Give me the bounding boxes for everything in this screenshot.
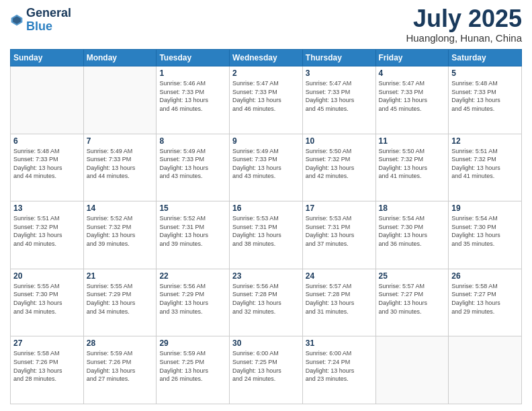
page: General Blue July 2025 Huanglong, Hunan,… (0, 0, 532, 411)
calendar-cell: 7Sunrise: 5:49 AM Sunset: 7:33 PM Daylig… (83, 134, 157, 201)
calendar-table: SundayMondayTuesdayWednesdayThursdayFrid… (10, 49, 522, 404)
day-number: 9 (232, 136, 300, 146)
calendar-cell (11, 66, 84, 134)
calendar-cell: 4Sunrise: 5:47 AM Sunset: 7:33 PM Daylig… (375, 66, 449, 134)
calendar-header-row: SundayMondayTuesdayWednesdayThursdayFrid… (11, 50, 522, 66)
calendar-cell: 2Sunrise: 5:47 AM Sunset: 7:33 PM Daylig… (230, 66, 303, 134)
calendar-cell: 1Sunrise: 5:46 AM Sunset: 7:33 PM Daylig… (157, 66, 230, 134)
day-number: 20 (13, 271, 81, 281)
calendar-cell: 18Sunrise: 5:54 AM Sunset: 7:30 PM Dayli… (375, 201, 449, 269)
calendar-cell: 8Sunrise: 5:49 AM Sunset: 7:33 PM Daylig… (157, 134, 230, 201)
title-block: July 2025 Huanglong, Hunan, China (406, 7, 522, 44)
day-info: Sunrise: 5:58 AM Sunset: 7:27 PM Dayligh… (451, 282, 519, 316)
day-info: Sunrise: 5:49 AM Sunset: 7:33 PM Dayligh… (232, 147, 300, 181)
day-number: 13 (13, 203, 81, 213)
day-number: 22 (159, 271, 226, 281)
day-info: Sunrise: 5:52 AM Sunset: 7:31 PM Dayligh… (159, 214, 226, 248)
day-info: Sunrise: 6:00 AM Sunset: 7:24 PM Dayligh… (306, 349, 373, 383)
calendar-cell: 6Sunrise: 5:48 AM Sunset: 7:33 PM Daylig… (11, 134, 84, 201)
day-number: 15 (159, 203, 226, 213)
logo-text: General Blue (26, 7, 71, 34)
day-info: Sunrise: 5:47 AM Sunset: 7:33 PM Dayligh… (232, 79, 300, 113)
day-info: Sunrise: 5:51 AM Sunset: 7:32 PM Dayligh… (13, 214, 81, 248)
day-info: Sunrise: 5:58 AM Sunset: 7:26 PM Dayligh… (13, 349, 81, 383)
calendar-cell: 22Sunrise: 5:56 AM Sunset: 7:29 PM Dayli… (157, 269, 230, 336)
day-number: 8 (159, 136, 226, 146)
col-header-saturday: Saturday (449, 50, 522, 66)
day-number: 1 (159, 68, 226, 78)
col-header-thursday: Thursday (302, 50, 375, 66)
logo-icon (10, 13, 24, 27)
day-number: 28 (87, 338, 154, 348)
col-header-monday: Monday (83, 50, 157, 66)
day-number: 23 (232, 271, 300, 281)
day-info: Sunrise: 5:56 AM Sunset: 7:28 PM Dayligh… (232, 282, 300, 316)
logo-blue: Blue (26, 20, 71, 34)
col-header-friday: Friday (375, 50, 449, 66)
day-info: Sunrise: 5:53 AM Sunset: 7:31 PM Dayligh… (306, 214, 373, 248)
day-number: 5 (451, 68, 519, 78)
logo: General Blue (10, 7, 71, 34)
day-number: 30 (232, 338, 300, 348)
day-info: Sunrise: 5:53 AM Sunset: 7:31 PM Dayligh… (232, 214, 300, 248)
day-info: Sunrise: 5:51 AM Sunset: 7:32 PM Dayligh… (451, 147, 519, 181)
day-info: Sunrise: 5:56 AM Sunset: 7:29 PM Dayligh… (159, 282, 226, 316)
calendar-cell: 23Sunrise: 5:56 AM Sunset: 7:28 PM Dayli… (230, 269, 303, 336)
header: General Blue July 2025 Huanglong, Hunan,… (10, 7, 522, 44)
calendar-cell (449, 336, 522, 404)
day-info: Sunrise: 5:57 AM Sunset: 7:28 PM Dayligh… (306, 282, 373, 316)
day-info: Sunrise: 5:54 AM Sunset: 7:30 PM Dayligh… (379, 214, 446, 248)
day-info: Sunrise: 5:47 AM Sunset: 7:33 PM Dayligh… (306, 79, 373, 113)
day-info: Sunrise: 5:50 AM Sunset: 7:32 PM Dayligh… (379, 147, 446, 181)
day-number: 19 (451, 203, 519, 213)
day-number: 16 (232, 203, 300, 213)
day-info: Sunrise: 5:49 AM Sunset: 7:33 PM Dayligh… (159, 147, 226, 181)
col-header-tuesday: Tuesday (157, 50, 230, 66)
calendar-cell: 25Sunrise: 5:57 AM Sunset: 7:27 PM Dayli… (375, 269, 449, 336)
day-number: 6 (13, 136, 81, 146)
day-number: 21 (87, 271, 154, 281)
day-number: 3 (306, 68, 373, 78)
calendar-cell: 20Sunrise: 5:55 AM Sunset: 7:30 PM Dayli… (11, 269, 84, 336)
col-header-sunday: Sunday (11, 50, 84, 66)
week-row-2: 6Sunrise: 5:48 AM Sunset: 7:33 PM Daylig… (11, 134, 522, 201)
calendar-cell: 26Sunrise: 5:58 AM Sunset: 7:27 PM Dayli… (449, 269, 522, 336)
calendar-cell (375, 336, 449, 404)
calendar-cell: 5Sunrise: 5:48 AM Sunset: 7:33 PM Daylig… (449, 66, 522, 134)
day-info: Sunrise: 5:52 AM Sunset: 7:32 PM Dayligh… (87, 214, 154, 248)
calendar-cell: 14Sunrise: 5:52 AM Sunset: 7:32 PM Dayli… (83, 201, 157, 269)
day-info: Sunrise: 5:48 AM Sunset: 7:33 PM Dayligh… (451, 79, 519, 113)
day-number: 18 (379, 203, 446, 213)
day-info: Sunrise: 5:50 AM Sunset: 7:32 PM Dayligh… (306, 147, 373, 181)
day-info: Sunrise: 5:57 AM Sunset: 7:27 PM Dayligh… (379, 282, 446, 316)
col-header-wednesday: Wednesday (230, 50, 303, 66)
day-number: 4 (379, 68, 446, 78)
day-number: 26 (451, 271, 519, 281)
day-number: 31 (306, 338, 373, 348)
day-number: 2 (232, 68, 300, 78)
calendar-cell: 16Sunrise: 5:53 AM Sunset: 7:31 PM Dayli… (230, 201, 303, 269)
day-number: 29 (159, 338, 226, 348)
calendar-cell: 15Sunrise: 5:52 AM Sunset: 7:31 PM Dayli… (157, 201, 230, 269)
day-info: Sunrise: 5:55 AM Sunset: 7:29 PM Dayligh… (87, 282, 154, 316)
day-number: 24 (306, 271, 373, 281)
month-title: July 2025 (406, 7, 522, 31)
day-info: Sunrise: 5:54 AM Sunset: 7:30 PM Dayligh… (451, 214, 519, 248)
week-row-1: 1Sunrise: 5:46 AM Sunset: 7:33 PM Daylig… (11, 66, 522, 134)
day-number: 27 (13, 338, 81, 348)
day-info: Sunrise: 5:48 AM Sunset: 7:33 PM Dayligh… (13, 147, 81, 181)
day-number: 12 (451, 136, 519, 146)
day-number: 10 (306, 136, 373, 146)
calendar-cell: 3Sunrise: 5:47 AM Sunset: 7:33 PM Daylig… (302, 66, 375, 134)
day-info: Sunrise: 5:46 AM Sunset: 7:33 PM Dayligh… (159, 79, 226, 113)
day-number: 14 (87, 203, 154, 213)
week-row-3: 13Sunrise: 5:51 AM Sunset: 7:32 PM Dayli… (11, 201, 522, 269)
day-number: 17 (306, 203, 373, 213)
logo-general: General (26, 7, 71, 20)
calendar-cell: 17Sunrise: 5:53 AM Sunset: 7:31 PM Dayli… (302, 201, 375, 269)
calendar-cell: 19Sunrise: 5:54 AM Sunset: 7:30 PM Dayli… (449, 201, 522, 269)
day-number: 11 (379, 136, 446, 146)
calendar-cell: 29Sunrise: 5:59 AM Sunset: 7:25 PM Dayli… (157, 336, 230, 404)
calendar-cell: 21Sunrise: 5:55 AM Sunset: 7:29 PM Dayli… (83, 269, 157, 336)
calendar-cell: 10Sunrise: 5:50 AM Sunset: 7:32 PM Dayli… (302, 134, 375, 201)
